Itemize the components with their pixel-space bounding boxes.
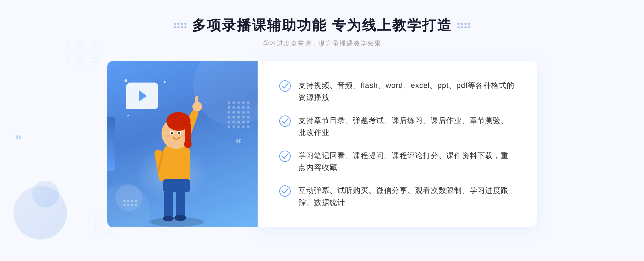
svg-point-24 <box>280 116 290 126</box>
sparkle-1 <box>125 79 127 82</box>
feature-text-4: 互动弹幕、试听购买、微信分享、观看次数限制、学习进度跟踪、数据统计 <box>298 185 515 209</box>
illustration-card: « <box>107 61 258 227</box>
header-dot-grid-right <box>458 23 470 28</box>
svg-point-16 <box>171 132 173 135</box>
page-container: » 多项录播课辅助功能 专为线上教学打造 学习进度全掌握，提升录播课教学效果 <box>0 0 644 261</box>
svg-point-26 <box>280 186 290 196</box>
feature-divider-1 <box>279 109 515 109</box>
svg-point-25 <box>280 151 290 162</box>
check-circle-icon-1 <box>279 80 291 92</box>
illus-dots-grid <box>228 101 250 128</box>
check-circle-icon-4 <box>279 185 291 197</box>
svg-point-3 <box>174 215 186 221</box>
page-title: 多项录播课辅助功能 专为线上教学打造 <box>192 16 452 35</box>
feature-text-3: 学习笔记回看、课程提问、课程评论打分、课件资料下载，重点内容收藏 <box>298 150 515 174</box>
svg-point-4 <box>163 216 174 221</box>
feature-item-3: 学习笔记回看、课程提问、课程评论打分、课件资料下载，重点内容收藏 <box>279 145 515 179</box>
feature-item-4: 互动弹幕、试听购买、微信分享、观看次数限制、学习进度跟踪、数据统计 <box>279 180 515 214</box>
svg-point-18 <box>178 132 180 135</box>
check-circle-icon-2 <box>279 115 291 127</box>
arrow-decoration-left: » <box>15 131 21 143</box>
sparkle-2 <box>164 81 166 83</box>
header-decorators: 多项录播课辅助功能 专为线上教学打造 <box>174 16 470 35</box>
feature-text-1: 支持视频、音频、flash、word、excel、ppt、pdf等各种格式的资源… <box>298 80 515 104</box>
sparkle-3 <box>127 115 129 116</box>
svg-point-20 <box>181 135 185 137</box>
svg-point-23 <box>280 81 290 91</box>
angle-brackets: « <box>235 134 241 147</box>
svg-point-19 <box>166 135 170 137</box>
person-illustration <box>134 88 220 227</box>
svg-rect-21 <box>163 179 190 192</box>
page-subtitle: 学习进度全掌握，提升录播课教学效果 <box>174 39 470 48</box>
illus-circle-deco <box>115 184 142 211</box>
header-section: 多项录播课辅助功能 专为线上教学打造 学习进度全掌握，提升录播课教学效果 <box>174 16 470 48</box>
content-area: « <box>107 61 537 227</box>
illus-dots-bottom <box>123 200 137 206</box>
header-dot-grid-left <box>174 23 186 28</box>
deco-circle-small <box>32 181 59 207</box>
illus-blue-bar <box>107 117 115 171</box>
feature-divider-3 <box>279 179 515 179</box>
feature-divider-2 <box>279 144 515 144</box>
deco-dots-top-left <box>67 38 99 70</box>
feature-item-2: 支持章节目录、弹题考试、课后练习、课后作业、章节测验、批改作业 <box>279 110 515 144</box>
svg-rect-2 <box>164 190 173 219</box>
feature-item-1: 支持视频、音频、flash、word、excel、ppt、pdf等各种格式的资源… <box>279 75 515 109</box>
features-panel: 支持视频、音频、flash、word、excel、ppt、pdf等各种格式的资源… <box>258 61 537 227</box>
svg-point-14 <box>184 140 192 148</box>
feature-text-2: 支持章节目录、弹题考试、课后练习、课后作业、章节测验、批改作业 <box>298 115 515 139</box>
check-circle-icon-3 <box>279 150 291 162</box>
svg-rect-8 <box>195 96 198 109</box>
